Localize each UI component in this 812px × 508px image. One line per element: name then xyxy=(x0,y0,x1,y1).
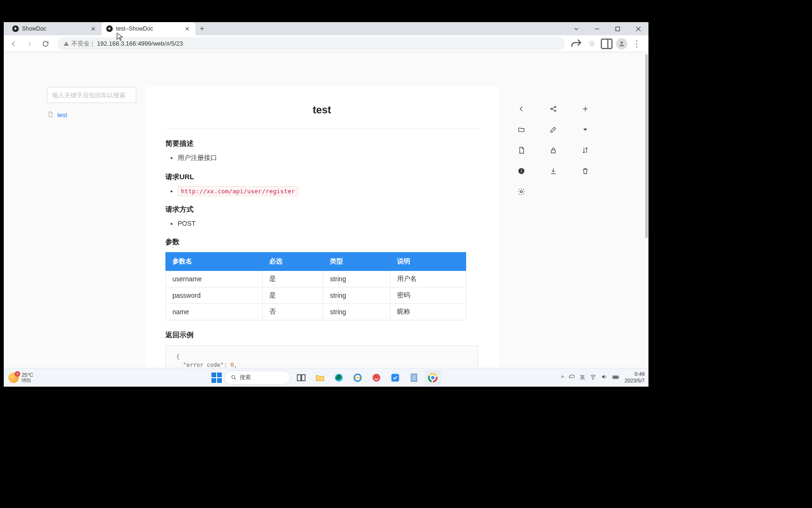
notification-badge: 1 xyxy=(15,371,20,377)
svg-rect-24 xyxy=(391,373,399,381)
tab-search-button[interactable] xyxy=(566,22,586,35)
tray-chevron-icon[interactable]: ^ xyxy=(561,374,564,381)
file-icon xyxy=(47,111,54,119)
tab-favicon: ✦ xyxy=(106,25,113,32)
page-icon[interactable] xyxy=(508,140,534,160)
back-icon[interactable] xyxy=(508,98,534,119)
weather-widget[interactable]: 1 25°C 晴朗 xyxy=(4,372,33,383)
security-label: 不安全 xyxy=(71,40,90,48)
taskbar-search[interactable]: 搜索 xyxy=(225,371,290,385)
tab-title: test--ShowDoc xyxy=(116,25,180,32)
download-icon[interactable] xyxy=(540,160,566,181)
table-row: password 是 string 密码 xyxy=(166,287,466,304)
notepad-icon[interactable] xyxy=(406,370,422,386)
weather-temp: 25°C xyxy=(22,372,33,378)
clock-date: 2023/5/7 xyxy=(625,378,645,384)
search-input[interactable] xyxy=(47,87,136,103)
method-item: POST xyxy=(178,220,478,227)
svg-point-7 xyxy=(550,108,552,110)
params-table: 参数名 必选 类型 说明 username 是 string 用户名 xyxy=(165,252,466,320)
delete-icon[interactable] xyxy=(572,160,598,181)
table-row: name 否 string 昵称 xyxy=(166,304,466,320)
edge-icon[interactable] xyxy=(331,370,347,386)
doc-tree-item[interactable]: test xyxy=(47,110,139,120)
ime-indicator[interactable]: 英 xyxy=(580,374,585,381)
share-icon[interactable] xyxy=(540,98,566,119)
window-close-button[interactable] xyxy=(628,22,648,35)
file-explorer-icon[interactable] xyxy=(312,370,328,386)
brief-item: 用户注册接口 xyxy=(178,154,478,162)
svg-rect-4 xyxy=(601,39,612,48)
svg-point-23 xyxy=(373,373,381,381)
taskview-icon[interactable] xyxy=(293,370,309,386)
address-bar[interactable]: 不安全 | 192.168.3.166:4999/web/#/5/23 xyxy=(57,37,565,50)
table-header: 参数名 xyxy=(166,253,263,271)
security-warning-icon: 不安全 | xyxy=(63,40,93,48)
avatar-icon xyxy=(616,38,627,49)
sort-icon[interactable] xyxy=(572,140,598,160)
share-page-button[interactable] xyxy=(570,37,584,51)
battery-icon[interactable] xyxy=(612,374,620,381)
section-heading-brief: 简要描述 xyxy=(165,139,478,148)
doc-sidebar: test xyxy=(4,87,145,387)
settings-icon[interactable] xyxy=(508,181,534,202)
lock-icon[interactable] xyxy=(540,140,566,160)
browser-menu-button[interactable]: ⋮ xyxy=(630,37,644,51)
svg-rect-19 xyxy=(297,374,301,381)
app-icon-red[interactable] xyxy=(368,370,384,386)
side-panel-button[interactable] xyxy=(600,37,614,51)
ie-icon[interactable] xyxy=(350,370,366,386)
table-row: username 是 string 用户名 xyxy=(166,271,466,287)
wifi-icon[interactable] xyxy=(590,373,596,381)
browser-tab[interactable]: ✦ ShowDoc ✕ xyxy=(8,22,102,35)
svg-rect-37 xyxy=(619,377,619,378)
info-icon[interactable] xyxy=(508,160,534,181)
close-icon[interactable]: ✕ xyxy=(90,25,97,32)
table-header: 必选 xyxy=(263,253,323,271)
system-tray: ^ 英 0:49 2023/5/7 xyxy=(561,371,645,383)
browser-tab[interactable]: ✦ test--ShowDoc ✕ xyxy=(102,22,195,35)
dropdown-icon[interactable] xyxy=(572,119,598,140)
table-header: 说明 xyxy=(390,253,466,271)
table-header: 类型 xyxy=(323,253,390,271)
section-heading-params: 参数 xyxy=(165,238,478,246)
svg-point-17 xyxy=(232,375,235,379)
section-heading-url: 请求URL xyxy=(165,173,478,182)
url-text: 192.168.3.166:4999/web/#/5/23 xyxy=(97,40,183,47)
section-heading-example: 返回示例 xyxy=(165,331,478,340)
start-button[interactable] xyxy=(211,373,222,383)
svg-point-8 xyxy=(554,106,556,107)
new-tab-button[interactable]: + xyxy=(195,22,209,35)
window-minimize-button[interactable] xyxy=(586,22,607,35)
clock-time: 0:49 xyxy=(625,371,645,377)
clock[interactable]: 0:49 2023/5/7 xyxy=(625,371,645,383)
folder-icon[interactable] xyxy=(508,119,534,140)
svg-point-16 xyxy=(520,190,522,192)
tab-favicon: ✦ xyxy=(12,25,19,32)
svg-rect-15 xyxy=(521,169,521,169)
page-viewport: test test 简要描述 用户注册接口 请求URL http://xx.co… xyxy=(4,52,648,387)
bookmark-button[interactable]: ☆ xyxy=(585,37,599,51)
nav-forward-button[interactable] xyxy=(23,37,37,51)
edit-icon[interactable] xyxy=(540,119,566,140)
svg-rect-12 xyxy=(551,150,555,152)
volume-icon[interactable] xyxy=(601,373,608,381)
app-icon-blue[interactable] xyxy=(387,370,403,386)
scrollbar-thumb[interactable] xyxy=(645,54,648,238)
weather-desc: 晴朗 xyxy=(22,378,33,383)
doc-title: test xyxy=(165,104,478,129)
nav-back-button[interactable] xyxy=(7,37,21,51)
svg-rect-36 xyxy=(613,376,617,378)
onedrive-icon[interactable] xyxy=(569,373,575,381)
profile-button[interactable] xyxy=(615,37,629,51)
svg-point-33 xyxy=(431,376,434,379)
chrome-icon[interactable] xyxy=(425,370,441,386)
svg-rect-1 xyxy=(616,27,619,31)
nav-reload-button[interactable] xyxy=(39,37,53,51)
window-maximize-button[interactable] xyxy=(607,22,628,35)
doc-content: test 简要描述 用户注册接口 请求URL http://xx.com/api… xyxy=(145,87,499,387)
browser-tab-strip: ✦ ShowDoc ✕ ✦ test--ShowDoc ✕ + xyxy=(4,22,648,35)
section-heading-method: 请求方式 xyxy=(165,205,478,214)
add-icon[interactable] xyxy=(572,98,598,119)
close-icon[interactable]: ✕ xyxy=(184,25,191,32)
